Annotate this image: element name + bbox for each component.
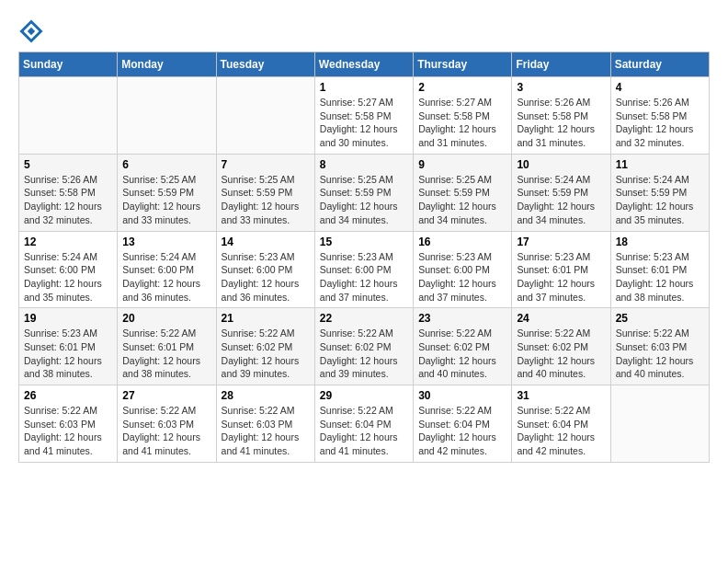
day-number: 10 (517, 158, 605, 171)
calendar-cell: 18Sunrise: 5:23 AM Sunset: 6:01 PM Dayli… (610, 231, 709, 308)
calendar-week-row: 5Sunrise: 5:26 AM Sunset: 5:58 PM Daylig… (19, 154, 710, 231)
day-info: Sunrise: 5:22 AM Sunset: 6:03 PM Dayligh… (24, 404, 112, 458)
day-info: Sunrise: 5:23 AM Sunset: 6:01 PM Dayligh… (616, 250, 704, 304)
calendar-cell: 4Sunrise: 5:26 AM Sunset: 5:58 PM Daylig… (610, 77, 709, 155)
day-info: Sunrise: 5:25 AM Sunset: 5:59 PM Dayligh… (122, 173, 210, 227)
day-number: 16 (418, 236, 506, 248)
calendar-cell: 2Sunrise: 5:27 AM Sunset: 5:58 PM Daylig… (414, 77, 512, 155)
day-info: Sunrise: 5:26 AM Sunset: 5:58 PM Dayligh… (24, 173, 112, 227)
day-number: 19 (24, 312, 112, 325)
day-number: 15 (320, 236, 408, 248)
calendar-cell: 10Sunrise: 5:24 AM Sunset: 5:59 PM Dayli… (512, 154, 610, 231)
day-number: 7 (222, 158, 310, 171)
day-number: 20 (122, 312, 210, 325)
day-info: Sunrise: 5:22 AM Sunset: 6:02 PM Dayligh… (222, 327, 310, 381)
calendar-cell: 23Sunrise: 5:22 AM Sunset: 6:02 PM Dayli… (414, 308, 512, 385)
day-info: Sunrise: 5:23 AM Sunset: 6:00 PM Dayligh… (418, 250, 506, 304)
day-info: Sunrise: 5:22 AM Sunset: 6:02 PM Dayligh… (320, 327, 408, 381)
calendar-cell: 15Sunrise: 5:23 AM Sunset: 6:00 PM Dayli… (314, 231, 413, 308)
calendar-week-row: 26Sunrise: 5:22 AM Sunset: 6:03 PM Dayli… (19, 385, 710, 463)
day-number: 14 (222, 236, 310, 248)
calendar-cell: 26Sunrise: 5:22 AM Sunset: 6:03 PM Dayli… (19, 385, 118, 463)
day-info: Sunrise: 5:23 AM Sunset: 6:01 PM Dayligh… (517, 250, 605, 304)
day-number: 26 (24, 389, 112, 402)
day-header-tuesday: Tuesday (216, 52, 314, 77)
day-header-sunday: Sunday (19, 52, 118, 77)
day-header-saturday: Saturday (610, 52, 709, 77)
calendar-cell: 20Sunrise: 5:22 AM Sunset: 6:01 PM Dayli… (118, 308, 216, 385)
day-number: 6 (122, 158, 210, 171)
calendar-cell: 16Sunrise: 5:23 AM Sunset: 6:00 PM Dayli… (414, 231, 512, 308)
day-number: 9 (418, 158, 506, 171)
day-info: Sunrise: 5:22 AM Sunset: 6:04 PM Dayligh… (320, 404, 408, 458)
calendar-cell: 9Sunrise: 5:25 AM Sunset: 5:59 PM Daylig… (414, 154, 512, 231)
logo (18, 18, 48, 44)
day-number: 28 (222, 389, 310, 402)
day-info: Sunrise: 5:22 AM Sunset: 6:02 PM Dayligh… (418, 327, 506, 381)
calendar-cell: 5Sunrise: 5:26 AM Sunset: 5:58 PM Daylig… (19, 154, 118, 231)
day-number: 4 (616, 81, 704, 94)
day-number: 21 (222, 312, 310, 325)
day-info: Sunrise: 5:24 AM Sunset: 6:00 PM Dayligh… (24, 250, 112, 304)
day-info: Sunrise: 5:25 AM Sunset: 5:59 PM Dayligh… (320, 173, 408, 227)
day-info: Sunrise: 5:22 AM Sunset: 6:03 PM Dayligh… (222, 404, 310, 458)
calendar-cell: 17Sunrise: 5:23 AM Sunset: 6:01 PM Dayli… (512, 231, 610, 308)
calendar-cell: 29Sunrise: 5:22 AM Sunset: 6:04 PM Dayli… (314, 385, 413, 463)
calendar-cell: 12Sunrise: 5:24 AM Sunset: 6:00 PM Dayli… (19, 231, 118, 308)
day-info: Sunrise: 5:25 AM Sunset: 5:59 PM Dayligh… (418, 173, 506, 227)
calendar-cell: 27Sunrise: 5:22 AM Sunset: 6:03 PM Dayli… (118, 385, 216, 463)
day-header-thursday: Thursday (414, 52, 512, 77)
day-number: 13 (122, 236, 210, 248)
calendar-cell: 11Sunrise: 5:24 AM Sunset: 5:59 PM Dayli… (610, 154, 709, 231)
calendar-week-row: 1Sunrise: 5:27 AM Sunset: 5:58 PM Daylig… (19, 77, 710, 155)
day-number: 24 (517, 312, 605, 325)
calendar-cell: 14Sunrise: 5:23 AM Sunset: 6:00 PM Dayli… (216, 231, 314, 308)
calendar-cell: 25Sunrise: 5:22 AM Sunset: 6:03 PM Dayli… (610, 308, 709, 385)
calendar-week-row: 12Sunrise: 5:24 AM Sunset: 6:00 PM Dayli… (19, 231, 710, 308)
calendar-week-row: 19Sunrise: 5:23 AM Sunset: 6:01 PM Dayli… (19, 308, 710, 385)
day-info: Sunrise: 5:24 AM Sunset: 6:00 PM Dayligh… (122, 250, 210, 304)
calendar-cell (118, 77, 216, 155)
calendar-cell: 24Sunrise: 5:22 AM Sunset: 6:02 PM Dayli… (512, 308, 610, 385)
day-info: Sunrise: 5:23 AM Sunset: 6:00 PM Dayligh… (320, 250, 408, 304)
day-info: Sunrise: 5:27 AM Sunset: 5:58 PM Dayligh… (320, 96, 408, 150)
day-number: 11 (616, 158, 704, 171)
day-number: 30 (418, 389, 506, 402)
calendar-cell (19, 77, 118, 155)
day-info: Sunrise: 5:24 AM Sunset: 5:59 PM Dayligh… (517, 173, 605, 227)
day-number: 18 (616, 236, 704, 248)
calendar-cell (216, 77, 314, 155)
day-info: Sunrise: 5:22 AM Sunset: 6:03 PM Dayligh… (616, 327, 704, 381)
day-info: Sunrise: 5:26 AM Sunset: 5:58 PM Dayligh… (616, 96, 704, 150)
day-info: Sunrise: 5:22 AM Sunset: 6:03 PM Dayligh… (122, 404, 210, 458)
day-info: Sunrise: 5:24 AM Sunset: 5:59 PM Dayligh… (616, 173, 704, 227)
day-info: Sunrise: 5:23 AM Sunset: 6:00 PM Dayligh… (222, 250, 310, 304)
calendar-cell: 1Sunrise: 5:27 AM Sunset: 5:58 PM Daylig… (314, 77, 413, 155)
calendar-cell: 3Sunrise: 5:26 AM Sunset: 5:58 PM Daylig… (512, 77, 610, 155)
day-info: Sunrise: 5:23 AM Sunset: 6:01 PM Dayligh… (24, 327, 112, 381)
day-number: 29 (320, 389, 408, 402)
day-header-friday: Friday (512, 52, 610, 77)
calendar-cell: 7Sunrise: 5:25 AM Sunset: 5:59 PM Daylig… (216, 154, 314, 231)
calendar-header-row: SundayMondayTuesdayWednesdayThursdayFrid… (19, 52, 710, 77)
calendar-cell: 21Sunrise: 5:22 AM Sunset: 6:02 PM Dayli… (216, 308, 314, 385)
day-number: 23 (418, 312, 506, 325)
day-header-wednesday: Wednesday (314, 52, 413, 77)
day-number: 17 (517, 236, 605, 248)
calendar-cell: 19Sunrise: 5:23 AM Sunset: 6:01 PM Dayli… (19, 308, 118, 385)
day-number: 22 (320, 312, 408, 325)
day-info: Sunrise: 5:22 AM Sunset: 6:04 PM Dayligh… (517, 404, 605, 458)
day-number: 27 (122, 389, 210, 402)
day-number: 12 (24, 236, 112, 248)
day-info: Sunrise: 5:22 AM Sunset: 6:02 PM Dayligh… (517, 327, 605, 381)
day-info: Sunrise: 5:27 AM Sunset: 5:58 PM Dayligh… (418, 96, 506, 150)
day-number: 2 (418, 81, 506, 94)
page-header (18, 18, 710, 44)
calendar-table: SundayMondayTuesdayWednesdayThursdayFrid… (18, 52, 710, 463)
day-info: Sunrise: 5:26 AM Sunset: 5:58 PM Dayligh… (517, 96, 605, 150)
day-number: 25 (616, 312, 704, 325)
day-number: 3 (517, 81, 605, 94)
day-number: 1 (320, 81, 408, 94)
calendar-cell: 13Sunrise: 5:24 AM Sunset: 6:00 PM Dayli… (118, 231, 216, 308)
day-header-monday: Monday (118, 52, 216, 77)
